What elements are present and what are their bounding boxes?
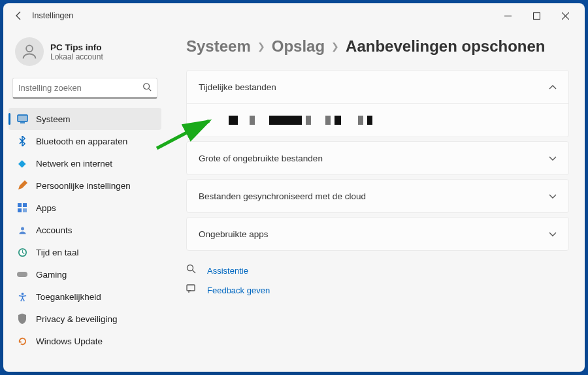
svg-point-17: [188, 265, 193, 271]
card-header[interactable]: Tijdelijke bestanden: [187, 71, 568, 103]
redacted-block: [335, 116, 341, 125]
redacted-block: [250, 116, 255, 125]
chevron-down-icon: [549, 154, 557, 163]
sidebar-item-label: Apps: [36, 203, 56, 213]
sidebar-item-label: Netwerk en internet: [36, 159, 112, 169]
card-large-unused: Grote of ongebruikte bestanden: [186, 141, 569, 175]
search-box[interactable]: [12, 78, 157, 99]
sidebar-item-apps[interactable]: Apps: [8, 197, 161, 219]
chevron-up-icon: [549, 82, 557, 92]
back-button[interactable]: [8, 5, 29, 26]
sidebar-item-accounts[interactable]: Accounts: [8, 219, 161, 241]
windowsupdate-icon: [16, 335, 28, 347]
redacted-block: [358, 116, 363, 125]
card-title: Ongebruikte apps: [199, 229, 269, 239]
card-temporary-files: Tijdelijke bestanden: [186, 70, 569, 137]
main-panel: Systeem ❯ Opslag ❯ Aanbevelingen opschon…: [167, 28, 585, 372]
svg-point-12: [21, 227, 24, 230]
breadcrumb: Systeem ❯ Opslag ❯ Aanbevelingen opschon…: [186, 37, 569, 56]
system-icon: [16, 113, 28, 125]
sidebar-item-label: Persoonlijke instellingen: [36, 181, 131, 191]
sidebar-item-label: Windows Update: [36, 336, 103, 346]
svg-line-4: [149, 88, 152, 91]
apps-icon: [16, 202, 28, 214]
profile[interactable]: PC Tips info Lokaal account: [8, 33, 161, 75]
redacted-block: [367, 116, 372, 125]
help-feedback-link[interactable]: Feedback geven: [207, 285, 270, 295]
sidebar-item-label: Toegankelijkheid: [36, 292, 101, 302]
card-header[interactable]: Grote of ongebruikte bestanden: [187, 142, 568, 174]
maximize-button[interactable]: [522, 5, 551, 26]
sidebar: PC Tips info Lokaal account Systeem Blue…: [3, 28, 167, 372]
sidebar-item-time[interactable]: Tijd en taal: [8, 241, 161, 263]
sidebar-item-personalization[interactable]: Persoonlijke instellingen: [8, 174, 161, 197]
svg-line-18: [193, 270, 196, 274]
card-unused-apps: Ongebruikte apps: [186, 217, 569, 251]
svg-rect-11: [23, 208, 27, 212]
feedback-icon: [186, 284, 198, 297]
card-title: Bestanden gesynchroniseerd met de cloud: [199, 191, 366, 201]
svg-rect-9: [23, 203, 27, 207]
accessibility-icon: [16, 291, 28, 302]
svg-point-16: [21, 292, 24, 295]
close-button[interactable]: [551, 5, 580, 26]
sidebar-item-label: Privacy & beveiliging: [36, 314, 118, 324]
svg-point-3: [144, 83, 150, 89]
cards-list: Tijdelijke bestanden: [186, 70, 569, 251]
profile-sub: Lokaal account: [50, 52, 103, 61]
redacted-block: [325, 116, 331, 125]
sidebar-item-gaming[interactable]: Gaming: [8, 263, 161, 285]
window-title: Instellingen: [32, 11, 73, 20]
sidebar-item-accessibility[interactable]: Toegankelijkheid: [8, 285, 161, 308]
profile-text: PC Tips info Lokaal account: [50, 42, 103, 61]
card-header[interactable]: Ongebruikte apps: [187, 218, 568, 250]
sidebar-item-label: Systeem: [36, 114, 71, 124]
time-icon: [16, 246, 28, 258]
minimize-button[interactable]: [493, 5, 522, 26]
search-input[interactable]: [18, 83, 142, 93]
breadcrumb-system[interactable]: Systeem: [186, 37, 251, 56]
help-assistance-link[interactable]: Assistentie: [207, 266, 248, 276]
window-body: PC Tips info Lokaal account Systeem Blue…: [3, 28, 585, 372]
svg-rect-8: [18, 203, 22, 207]
chevron-right-icon: ❯: [257, 41, 265, 52]
titlebar: Instellingen: [3, 3, 585, 28]
gaming-icon: [16, 269, 28, 280]
sidebar-item-system[interactable]: Systeem: [8, 108, 161, 130]
svg-rect-19: [187, 285, 195, 291]
redacted-block: [306, 116, 311, 125]
avatar: [15, 37, 44, 66]
sidebar-item-privacy[interactable]: Privacy & beveiliging: [8, 308, 161, 330]
svg-rect-10: [18, 208, 22, 212]
network-icon: ◆: [16, 157, 28, 169]
sidebar-item-label: Gaming: [36, 270, 67, 280]
card-title: Tijdelijke bestanden: [199, 82, 276, 92]
card-body: [187, 103, 568, 137]
breadcrumb-current: Aanbevelingen opschonen: [346, 37, 545, 56]
breadcrumb-storage[interactable]: Opslag: [272, 37, 325, 56]
accounts-icon: [16, 224, 28, 236]
help-assistance-row: Assistentie: [186, 264, 569, 277]
sidebar-nav: Systeem Bluetooth en apparaten ◆ Netwerk…: [8, 108, 161, 352]
profile-name: PC Tips info: [50, 42, 103, 52]
card-cloud-synced: Bestanden gesynchroniseerd met de cloud: [186, 179, 569, 213]
card-header[interactable]: Bestanden gesynchroniseerd met de cloud: [187, 180, 568, 212]
privacy-icon: [16, 313, 28, 325]
window-controls: [493, 5, 580, 26]
bluetooth-icon: [16, 135, 28, 147]
sidebar-item-windowsupdate[interactable]: Windows Update: [8, 330, 161, 352]
help-icon: [186, 264, 198, 277]
svg-rect-1: [533, 12, 540, 19]
sidebar-item-network[interactable]: ◆ Netwerk en internet: [8, 152, 161, 174]
svg-rect-15: [17, 272, 27, 277]
chevron-down-icon: [549, 229, 557, 239]
help-links: Assistentie Feedback geven: [186, 264, 569, 297]
sidebar-item-bluetooth[interactable]: Bluetooth en apparaten: [8, 130, 161, 152]
redacted-block: [269, 116, 302, 125]
search-icon[interactable]: [142, 82, 152, 94]
sidebar-item-label: Accounts: [36, 225, 73, 235]
redacted-block: [229, 116, 238, 125]
help-feedback-row: Feedback geven: [186, 284, 569, 297]
svg-rect-6: [18, 115, 27, 122]
svg-point-2: [26, 45, 33, 52]
